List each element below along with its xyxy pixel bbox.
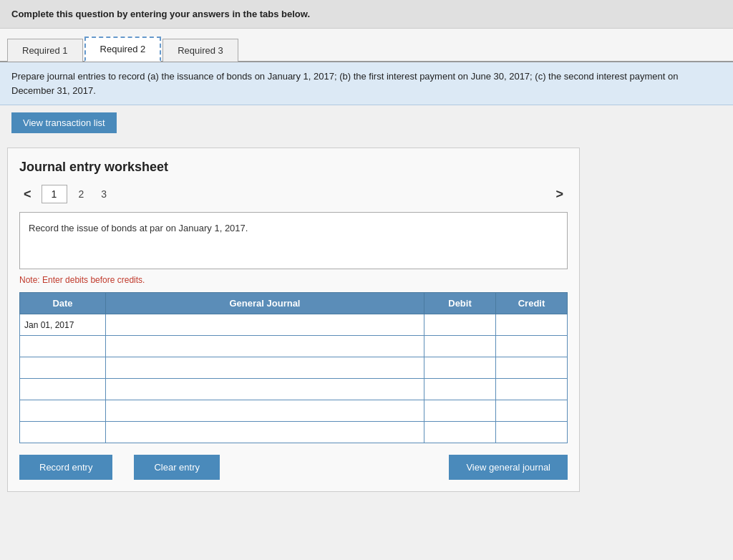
description-box: Record the issue of bonds at par on Janu… bbox=[19, 212, 568, 269]
credit-cell-3[interactable] bbox=[496, 379, 568, 400]
tab-required-2[interactable]: Required 2 bbox=[84, 37, 162, 62]
debit-cell-2[interactable] bbox=[424, 357, 496, 379]
credit-cell-2[interactable] bbox=[496, 357, 568, 379]
debit-input-2[interactable] bbox=[427, 361, 492, 375]
journal-input-5[interactable] bbox=[109, 425, 421, 439]
credit-cell-4[interactable] bbox=[496, 400, 568, 422]
journal-cell-3[interactable] bbox=[106, 379, 424, 400]
journal-cell-2[interactable] bbox=[106, 357, 424, 379]
nav-row: < 1 2 3 > bbox=[19, 185, 568, 203]
debit-input-3[interactable] bbox=[427, 382, 492, 396]
credit-cell-1[interactable] bbox=[496, 336, 568, 357]
instruction-bar: Complete this question by entering your … bbox=[0, 0, 733, 29]
debit-cell-5[interactable] bbox=[424, 422, 496, 443]
date-input-2[interactable] bbox=[24, 361, 101, 375]
debit-input-5[interactable] bbox=[427, 425, 492, 439]
view-transaction-button[interactable]: View transaction list bbox=[11, 112, 117, 133]
credit-input-4[interactable] bbox=[499, 404, 564, 417]
instruction-text: Complete this question by entering your … bbox=[11, 9, 310, 19]
journal-table: Date General Journal Debit Credit Jan 01… bbox=[19, 292, 568, 443]
debit-cell-0[interactable] bbox=[424, 314, 496, 336]
date-input-3[interactable] bbox=[24, 382, 101, 396]
debit-input-0[interactable] bbox=[427, 318, 492, 332]
credit-cell-0[interactable] bbox=[496, 314, 568, 336]
journal-input-4[interactable] bbox=[109, 404, 421, 417]
journal-cell-1[interactable] bbox=[106, 336, 424, 357]
next-arrow[interactable]: > bbox=[551, 185, 568, 203]
table-row bbox=[20, 422, 568, 443]
table-row bbox=[20, 400, 568, 422]
worksheet-container: Journal entry worksheet < 1 2 3 > Record… bbox=[7, 148, 580, 492]
description-text: Record the issue of bonds at par on Janu… bbox=[29, 223, 248, 233]
date-input-5[interactable] bbox=[24, 425, 101, 439]
journal-input-0[interactable] bbox=[109, 318, 421, 332]
col-header-debit: Debit bbox=[424, 293, 496, 314]
debit-cell-3[interactable] bbox=[424, 379, 496, 400]
debit-input-1[interactable] bbox=[427, 339, 492, 353]
journal-cell-0[interactable] bbox=[106, 314, 424, 336]
table-row bbox=[20, 379, 568, 400]
col-header-credit: Credit bbox=[496, 293, 568, 314]
date-input-4[interactable] bbox=[24, 404, 101, 417]
table-row bbox=[20, 336, 568, 357]
clear-entry-button[interactable]: Clear entry bbox=[134, 455, 220, 480]
date-cell-3[interactable] bbox=[20, 379, 106, 400]
debit-cell-4[interactable] bbox=[424, 400, 496, 422]
credit-input-3[interactable] bbox=[499, 382, 564, 396]
date-cell-0: Jan 01, 2017 bbox=[20, 314, 106, 336]
note-text: Note: Enter debits before credits. bbox=[19, 275, 568, 285]
date-cell-2[interactable] bbox=[20, 357, 106, 379]
credit-cell-5[interactable] bbox=[496, 422, 568, 443]
tabs-container: Required 1 Required 2 Required 3 bbox=[0, 29, 733, 62]
info-box: Prepare journal entries to record (a) th… bbox=[0, 62, 733, 105]
page-3[interactable]: 3 bbox=[95, 185, 112, 203]
journal-input-3[interactable] bbox=[109, 382, 421, 396]
info-text: Prepare journal entries to record (a) th… bbox=[11, 71, 678, 96]
credit-input-2[interactable] bbox=[499, 361, 564, 375]
prev-arrow[interactable]: < bbox=[19, 185, 36, 203]
col-header-journal: General Journal bbox=[106, 293, 424, 314]
page-2[interactable]: 2 bbox=[73, 185, 90, 203]
journal-input-1[interactable] bbox=[109, 339, 421, 353]
worksheet-title: Journal entry worksheet bbox=[19, 160, 568, 175]
tab-required-1[interactable]: Required 1 bbox=[7, 39, 83, 62]
debit-cell-1[interactable] bbox=[424, 336, 496, 357]
journal-cell-5[interactable] bbox=[106, 422, 424, 443]
view-general-journal-button[interactable]: View general journal bbox=[449, 455, 568, 480]
table-row: Jan 01, 2017 bbox=[20, 314, 568, 336]
journal-cell-4[interactable] bbox=[106, 400, 424, 422]
journal-input-2[interactable] bbox=[109, 361, 421, 375]
date-cell-1[interactable] bbox=[20, 336, 106, 357]
credit-input-0[interactable] bbox=[499, 318, 564, 332]
tab-required-3[interactable]: Required 3 bbox=[162, 39, 238, 62]
credit-input-1[interactable] bbox=[499, 339, 564, 353]
bottom-buttons: Record entry Clear entry View general jo… bbox=[19, 455, 568, 480]
date-cell-5[interactable] bbox=[20, 422, 106, 443]
credit-input-5[interactable] bbox=[499, 425, 564, 439]
col-header-date: Date bbox=[20, 293, 106, 314]
record-entry-button[interactable]: Record entry bbox=[19, 455, 112, 480]
debit-input-4[interactable] bbox=[427, 404, 492, 417]
date-input-1[interactable] bbox=[24, 339, 101, 353]
page-1[interactable]: 1 bbox=[42, 185, 67, 203]
date-cell-4[interactable] bbox=[20, 400, 106, 422]
table-row bbox=[20, 357, 568, 379]
